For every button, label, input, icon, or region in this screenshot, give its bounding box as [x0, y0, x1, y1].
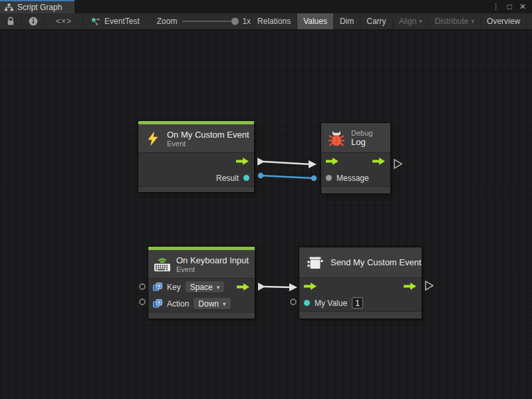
- tab-bar: Script Graph ⋮ □ ✕: [0, 0, 532, 13]
- graph-reference[interactable]: EventTest: [83, 13, 148, 29]
- bug-icon: [329, 129, 344, 146]
- node-header: Debug Log: [321, 123, 390, 152]
- control-output-row: [138, 153, 254, 170]
- node-send-my-custom-event[interactable]: Send My Custom Event My Value 1: [299, 247, 422, 319]
- keyboard-icon: [154, 256, 171, 272]
- script-graph-icon: [5, 3, 13, 11]
- key-param-row: Key Space ▾: [148, 279, 255, 295]
- control-flow-row: [321, 153, 390, 170]
- graph-name-label: EventTest: [104, 17, 140, 26]
- node-title: On Keyboard Input: [176, 255, 249, 265]
- enum-icon: [153, 299, 162, 308]
- tab-script-graph[interactable]: Script Graph: [0, 0, 74, 13]
- control-in-arrow-icon[interactable]: [326, 157, 339, 166]
- value-in-port-key[interactable]: [140, 284, 145, 289]
- node-footer: [148, 312, 255, 319]
- control-out-arrow-icon[interactable]: [372, 157, 386, 166]
- node-debug-log[interactable]: Debug Log Message: [321, 123, 390, 194]
- node-footer: [321, 186, 390, 194]
- script-graph-window: Script Graph ⋮ □ ✕ <×> EventTest: [0, 0, 532, 399]
- lock-icon: [7, 17, 15, 26]
- lightning-icon: [146, 130, 160, 147]
- distribute-button[interactable]: Distribute▾: [428, 13, 480, 29]
- control-flow-row: [299, 278, 422, 295]
- dim-button[interactable]: Dim: [333, 13, 360, 29]
- action-param-row: Action Down ▾: [148, 295, 255, 312]
- message-input-row: Message: [321, 170, 390, 186]
- node-body: Message: [321, 152, 390, 186]
- toolbar-button-group: Relations Values Dim Carry Align▾ Distri…: [251, 13, 532, 29]
- connection-value-result-to-message[interactable]: [258, 173, 317, 182]
- my-value-port-dot[interactable]: [304, 300, 310, 306]
- info-button[interactable]: [22, 13, 45, 29]
- node-title: Send My Custom Event: [331, 257, 422, 267]
- key-label: Key: [167, 283, 181, 292]
- node-on-keyboard-input[interactable]: On Keyboard Input Event Key Space ▾: [148, 247, 255, 319]
- my-value-input[interactable]: 1: [352, 297, 363, 309]
- result-label: Result: [216, 174, 239, 183]
- maximize-icon[interactable]: □: [507, 3, 512, 11]
- code-icon: <×>: [56, 17, 72, 26]
- message-label: Message: [336, 174, 369, 183]
- send-event-icon: [307, 255, 324, 271]
- key-dropdown[interactable]: Space ▾: [186, 281, 225, 293]
- node-title: Log: [351, 137, 372, 147]
- chevron-down-icon: ▾: [419, 19, 422, 25]
- control-out-arrow-icon[interactable]: [404, 282, 417, 291]
- carry-button[interactable]: Carry: [360, 13, 392, 29]
- zoom-label: Zoom: [157, 17, 178, 26]
- info-icon: [29, 17, 38, 26]
- node-header: On My Custom Event Event: [138, 124, 254, 152]
- node-body: My Value 1: [299, 277, 422, 311]
- control-in-arrow-icon[interactable]: [304, 282, 317, 291]
- overview-button[interactable]: Overview: [480, 13, 526, 29]
- window-controls: ⋮ □ ✕: [492, 0, 532, 13]
- node-subtitle: Event: [167, 140, 249, 148]
- node-title: On My Custom Event: [167, 130, 249, 140]
- node-header: Send My Custom Event: [299, 247, 422, 277]
- control-out-port-send-event[interactable]: [426, 281, 433, 290]
- control-out-port-debug-log[interactable]: [394, 160, 402, 168]
- node-kicker: Debug: [351, 129, 372, 137]
- window-menu-icon[interactable]: ⋮: [492, 3, 500, 11]
- node-footer: [138, 186, 254, 192]
- node-footer: [299, 311, 422, 319]
- connection-control-custom-event-to-log[interactable]: [257, 158, 317, 168]
- chevron-down-icon: ▾: [223, 301, 226, 307]
- graph-canvas[interactable]: On My Custom Event Event Result: [0, 30, 532, 399]
- chevron-down-icon: ▾: [217, 285, 220, 291]
- control-out-arrow-icon[interactable]: [237, 283, 250, 291]
- result-port-dot[interactable]: [243, 175, 249, 181]
- align-button[interactable]: Align▾: [392, 13, 428, 29]
- action-dropdown[interactable]: Down ▾: [194, 298, 230, 309]
- graph-asset-icon: [91, 17, 100, 26]
- result-output-row: Result: [138, 170, 254, 186]
- value-in-port-action[interactable]: [140, 299, 145, 305]
- zoom-control: Zoom 1x: [148, 13, 251, 29]
- connection-control-keyboard-to-send[interactable]: [258, 283, 297, 291]
- node-body: Key Space ▾ Action Dow: [148, 278, 255, 312]
- my-value-input-row: My Value 1: [299, 295, 422, 311]
- code-preview-button[interactable]: <×>: [45, 13, 83, 29]
- fullscreen-button[interactable]: Full Screen: [526, 13, 532, 29]
- lock-button[interactable]: [0, 13, 22, 29]
- tab-label: Script Graph: [17, 3, 62, 12]
- node-subtitle: Event: [176, 265, 249, 273]
- graph-toolbar: <×> EventTest Zoom 1x Relations Values D…: [0, 13, 532, 30]
- values-button[interactable]: Values: [297, 13, 333, 29]
- relations-button[interactable]: Relations: [251, 13, 297, 29]
- my-value-label: My Value: [315, 299, 347, 308]
- node-header: On Keyboard Input Event: [148, 250, 255, 278]
- value-in-port-my-value[interactable]: [291, 299, 296, 305]
- zoom-slider-handle[interactable]: [231, 18, 239, 25]
- node-body: Result: [138, 152, 254, 186]
- connections-layer: [0, 30, 532, 399]
- zoom-slider-track[interactable]: [182, 21, 237, 22]
- node-on-my-custom-event[interactable]: On My Custom Event Event Result: [138, 121, 254, 192]
- action-label: Action: [167, 299, 189, 309]
- close-icon[interactable]: ✕: [519, 3, 526, 11]
- control-out-arrow-icon[interactable]: [236, 157, 249, 166]
- message-port-dot[interactable]: [326, 175, 332, 181]
- chevron-down-icon: ▾: [471, 19, 475, 25]
- enum-icon: [153, 283, 162, 291]
